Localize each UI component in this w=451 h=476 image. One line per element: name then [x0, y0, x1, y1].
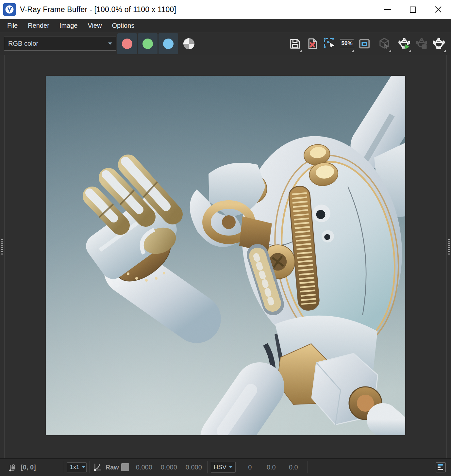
- clear-image-icon: [306, 37, 319, 50]
- separator: [64, 461, 64, 473]
- close-icon: [435, 6, 442, 13]
- toolbar: RGB color: [0, 32, 451, 55]
- separator: [308, 461, 308, 473]
- alpha-channel-toggle[interactable]: [179, 33, 199, 54]
- raw-blue-value: 0.000: [184, 464, 202, 471]
- saturation-value: 0.0: [266, 464, 277, 471]
- minimize-button[interactable]: [375, 0, 400, 19]
- minimize-icon: [384, 9, 391, 10]
- menu-render[interactable]: Render: [28, 22, 49, 29]
- green-channel-toggle[interactable]: [138, 33, 158, 54]
- canvas-area: [0, 55, 451, 458]
- stamp-toggle-button[interactable]: [436, 462, 446, 472]
- hue-value: 0: [246, 464, 254, 471]
- raw-red-value: 0.000: [134, 464, 152, 471]
- right-panel-grip[interactable]: [448, 239, 450, 254]
- zoom-level-button[interactable]: 50%: [339, 34, 355, 53]
- menu-options[interactable]: Options: [112, 22, 134, 29]
- save-image-button[interactable]: [287, 34, 303, 53]
- window-title: V-Ray Frame Buffer - [100.0% of 1100 x 1…: [20, 5, 176, 14]
- zoom-level-label: 50%: [340, 39, 353, 48]
- blue-channel-icon: [163, 38, 174, 49]
- dropdown-corner-icon: [299, 50, 302, 52]
- render-viewport[interactable]: [46, 76, 405, 435]
- dropdown-corner-icon: [351, 50, 354, 52]
- render-region-object-button[interactable]: [376, 34, 392, 53]
- vfb-window: V-Ray Frame Buffer - [100.0% of 1100 x 1…: [0, 0, 451, 476]
- raw-label: Raw: [106, 464, 119, 471]
- close-button[interactable]: [426, 0, 451, 19]
- dropdown-corner-icon: [389, 50, 391, 52]
- color-mode-select[interactable]: HSV: [211, 462, 236, 473]
- menubar: File Render Image View Options: [0, 19, 451, 32]
- stamp-icon: [438, 464, 443, 466]
- save-icon: [289, 37, 302, 50]
- render-button[interactable]: [431, 34, 446, 53]
- blue-channel-toggle[interactable]: [159, 33, 178, 54]
- green-channel-icon: [142, 38, 153, 49]
- left-panel-grip[interactable]: [1, 239, 3, 254]
- render-last-button[interactable]: [396, 34, 412, 53]
- clear-image-button[interactable]: [305, 34, 320, 53]
- chevron-down-icon: [82, 466, 85, 468]
- render-teapot-icon: [431, 36, 446, 52]
- menu-file[interactable]: File: [7, 22, 18, 29]
- stop-render-teapot-icon: [414, 37, 429, 51]
- window-controls: [375, 0, 451, 19]
- render-image: [46, 76, 405, 435]
- vray-logo-icon: [3, 3, 16, 16]
- maximize-icon: [410, 7, 416, 13]
- right-panel-edge: [446, 55, 451, 458]
- region-render-icon: [323, 37, 337, 51]
- object-select-cube-icon: [377, 37, 391, 51]
- separator: [90, 461, 90, 473]
- pixel-size-select[interactable]: 1x1: [67, 462, 87, 472]
- channel-select-value: RGB color: [8, 40, 38, 47]
- menu-image[interactable]: Image: [59, 22, 78, 29]
- show-vfb-window-button[interactable]: [357, 34, 372, 53]
- raw-green-value: 0.000: [159, 464, 177, 471]
- display-curve-icon: [93, 463, 102, 472]
- pixel-position: [0, 0]: [21, 464, 36, 471]
- alpha-checker-icon: [183, 38, 194, 49]
- red-channel-toggle[interactable]: [117, 33, 137, 54]
- dropdown-corner-icon: [409, 50, 411, 52]
- color-mode-value: HSV: [214, 464, 226, 471]
- render-last-teapot-icon: [397, 36, 412, 51]
- dropdown-corner-icon: [443, 50, 446, 52]
- region-render-button[interactable]: [322, 34, 337, 53]
- maximize-button[interactable]: [400, 0, 426, 19]
- statusbar: [0, 0] 1x1 Raw 0.000 0.000 0.000 HSV 0 0…: [0, 458, 451, 476]
- pixel-size-value: 1x1: [70, 464, 79, 471]
- vfb-window-icon: [358, 37, 371, 50]
- titlebar: V-Ray Frame Buffer - [100.0% of 1100 x 1…: [0, 0, 451, 19]
- menu-view[interactable]: View: [88, 22, 102, 29]
- sampled-color-swatch: [121, 463, 129, 471]
- channel-select[interactable]: RGB color: [4, 37, 116, 51]
- chevron-down-icon: [229, 466, 232, 468]
- stop-render-button[interactable]: [414, 34, 429, 53]
- separator: [207, 461, 208, 473]
- chevron-down-icon: [108, 42, 112, 45]
- red-channel-icon: [122, 38, 133, 49]
- pixel-lock-icon: [8, 463, 17, 472]
- value-value: 0.0: [288, 464, 299, 471]
- left-panel-edge: [0, 55, 5, 458]
